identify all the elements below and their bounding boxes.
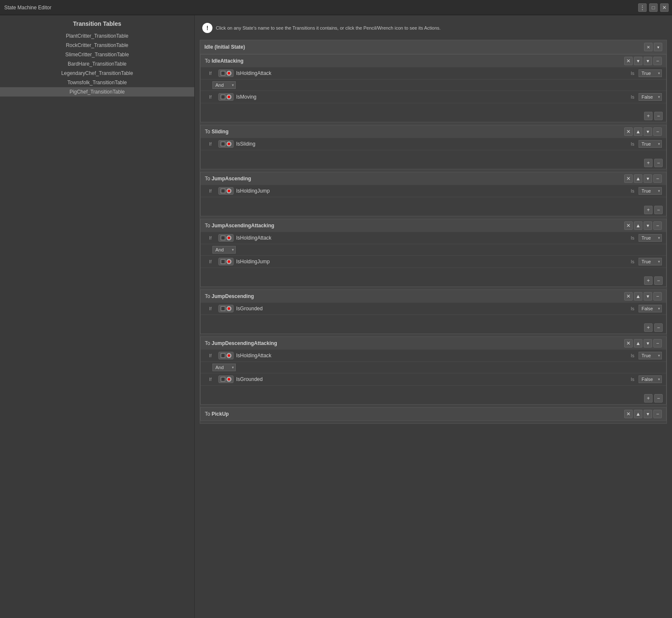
transition-wrench-jumpascendingattacking[interactable]: ✕ — [624, 221, 633, 230]
condition-name-8: IsHoldingAttack — [236, 353, 628, 359]
icon-circle-5 — [226, 235, 231, 240]
sidebar-item-bard[interactable]: BardHare_TransitionTable — [0, 59, 194, 69]
add-condition-5[interactable]: + — [644, 323, 653, 332]
and-dropdown-3[interactable]: And Or — [212, 364, 236, 371]
icon-circle-6 — [226, 259, 231, 264]
add-condition-6[interactable]: + — [644, 394, 653, 403]
transition-wrench-jumpdescending[interactable]: ✕ — [624, 292, 633, 301]
transition-remove-sliding[interactable]: − — [653, 127, 662, 136]
condition-name-1: IsHoldingAttack — [236, 70, 628, 76]
state-wrench-button[interactable]: ✕ — [644, 43, 653, 51]
condition-row-2: If IsMoving Is False True — [201, 91, 666, 103]
state-dropdown-button[interactable]: ▾ — [654, 43, 662, 51]
close-button[interactable]: ✕ — [660, 3, 669, 12]
condition-name-9: IsGrounded — [236, 376, 628, 382]
transition-down-idleattacking[interactable]: ▾ — [644, 57, 652, 65]
value-dropdown-4[interactable]: True False — [639, 187, 662, 195]
transition-wrench-sliding[interactable]: ✕ — [624, 127, 633, 136]
transition-up-jumpascendingattacking[interactable]: ▲ — [634, 221, 642, 230]
transition-down-jumpdescending[interactable]: ▾ — [644, 292, 652, 301]
transition-down-jumpascendingattacking[interactable]: ▾ — [644, 221, 652, 230]
remove-condition-2[interactable]: − — [654, 159, 663, 167]
transition-wrench-pickup[interactable]: ✕ — [624, 410, 633, 418]
if-label-3: If — [209, 141, 216, 146]
transition-pickup: To PickUp ✕ ▲ ▾ − — [200, 407, 666, 421]
transition-controls-idleattacking: ✕ ▾ ▾ − — [624, 57, 662, 65]
state-title: Idle (Initial State) — [204, 44, 245, 50]
transition-idleattacking: To IdleAttacking ✕ ▾ ▾ − If IsHoldi — [200, 54, 666, 122]
transition-remove-pickup[interactable]: − — [653, 410, 662, 418]
sidebar-item-townsfolk[interactable]: Townsfolk_TransitionTable — [0, 78, 194, 87]
transition-up-pickup[interactable]: ▲ — [634, 410, 642, 418]
transition-controls-jumpdescending: ✕ ▲ ▾ − — [624, 292, 662, 301]
sidebar-item-legendary[interactable]: LegendaryChef_TransitionTable — [0, 69, 194, 78]
transition-up-idleattacking[interactable]: ▾ — [634, 57, 642, 65]
transition-up-sliding[interactable]: ▲ — [634, 127, 642, 136]
add-condition-2[interactable]: + — [644, 159, 653, 167]
sidebar-item-slime[interactable]: SlimeCritter_TransitionTable — [0, 50, 194, 59]
transition-up-jumpascending[interactable]: ▲ — [634, 174, 642, 183]
transition-header-jumpdescending: To JumpDescending ✕ ▲ ▾ − — [201, 290, 666, 303]
menu-button[interactable]: ⋮ — [638, 3, 647, 12]
transition-up-jumpdescending[interactable]: ▲ — [634, 292, 642, 301]
transition-remove-jumpdescending[interactable]: − — [653, 292, 662, 301]
value-dropdown-3[interactable]: True False — [639, 140, 662, 148]
info-banner: ! Click on any State's name to see the T… — [200, 19, 667, 36]
condition-name-5: IsHoldingAttack — [236, 235, 628, 241]
transition-remove-idleattacking[interactable]: − — [653, 57, 662, 65]
state-block: Idle (Initial State) ✕ ▾ To IdleAttackin… — [200, 40, 667, 424]
add-condition-1[interactable]: + — [644, 112, 653, 120]
is-label-3: Is — [631, 141, 634, 146]
is-label-5: Is — [631, 235, 634, 240]
transition-wrench-jumpdescendingattacking[interactable]: ✕ — [624, 339, 633, 348]
condition-row-1: If IsHoldingAttack Is True False — [201, 67, 666, 80]
transition-controls-jumpascendingattacking: ✕ ▲ ▾ − — [624, 221, 662, 230]
transition-wrench-jumpascending[interactable]: ✕ — [624, 174, 633, 183]
sidebar-item-plant[interactable]: PlantCritter_TransitionTable — [0, 31, 194, 41]
if-label-8: If — [209, 353, 216, 358]
icon-circle-1 — [226, 71, 231, 76]
remove-condition-3[interactable]: − — [654, 206, 663, 214]
transition-down-jumpascending[interactable]: ▾ — [644, 174, 652, 183]
sidebar-item-pigchef[interactable]: PigChef_TransitionTable — [0, 87, 194, 97]
condition-icon-9 — [218, 375, 234, 383]
if-label-2: If — [209, 94, 216, 99]
and-dropdown-2[interactable]: And Or — [212, 246, 236, 254]
value-dropdown-5[interactable]: True False — [639, 234, 662, 242]
add-remove-row-1: + − — [201, 110, 666, 122]
remove-condition-6[interactable]: − — [654, 394, 663, 403]
value-dropdown-7[interactable]: False True — [639, 305, 662, 312]
value-dropdown-2[interactable]: False True — [639, 93, 662, 101]
add-condition-3[interactable]: + — [644, 206, 653, 214]
maximize-button[interactable]: □ — [649, 3, 658, 12]
and-dropdown-1[interactable]: And Or — [212, 81, 236, 89]
value-dropdown-8[interactable]: True False — [639, 352, 662, 359]
transition-remove-jumpdescendingattacking[interactable]: − — [653, 339, 662, 348]
remove-condition-4[interactable]: − — [654, 276, 663, 285]
value-dropdown-1[interactable]: True False — [639, 69, 662, 77]
sidebar-item-rock[interactable]: RockCritter_TransitionTable — [0, 41, 194, 50]
value-dropdown-9[interactable]: False True — [639, 375, 662, 383]
condition-row-3: If IsSliding Is True False — [201, 138, 666, 150]
remove-condition-1[interactable]: − — [654, 112, 663, 120]
transition-down-sliding[interactable]: ▾ — [644, 127, 652, 136]
is-label-7: Is — [631, 306, 634, 311]
value-dropdown-wrapper-8: True False — [639, 352, 662, 359]
transition-title-pickup: To PickUp — [205, 411, 229, 417]
title-bar: State Machine Editor ⋮ □ ✕ — [0, 0, 672, 15]
transition-down-jumpdescendingattacking[interactable]: ▾ — [644, 339, 652, 348]
transition-wrench-idleattacking[interactable]: ✕ — [624, 57, 633, 65]
icon-square-7 — [220, 306, 226, 311]
transition-up-jumpdescendingattacking[interactable]: ▲ — [634, 339, 642, 348]
transition-remove-jumpascendingattacking[interactable]: − — [653, 221, 662, 230]
add-condition-4[interactable]: + — [644, 276, 653, 285]
main-layout: Transition Tables PlantCritter_Transitio… — [0, 15, 672, 618]
and-row-3: And Or — [201, 362, 666, 373]
transition-title-jumpdescendingattacking: To JumpDescendingAttacking — [205, 340, 277, 346]
value-dropdown-6[interactable]: True False — [639, 258, 662, 265]
condition-name-3: IsSliding — [236, 141, 628, 147]
is-label-8: Is — [631, 353, 634, 358]
transition-down-pickup[interactable]: ▾ — [644, 410, 652, 418]
remove-condition-5[interactable]: − — [654, 323, 663, 332]
transition-remove-jumpascending[interactable]: − — [653, 174, 662, 183]
